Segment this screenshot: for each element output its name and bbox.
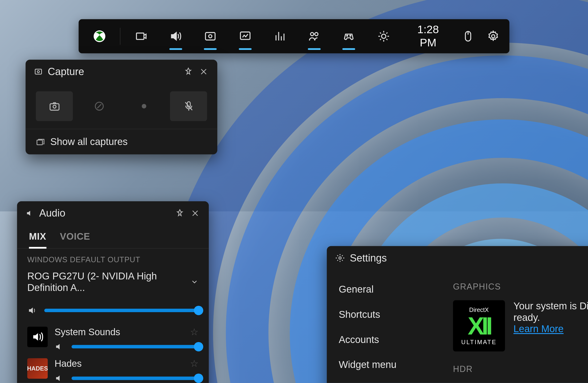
speaker-icon xyxy=(27,305,38,315)
xbox-button[interactable] xyxy=(82,19,117,53)
svg-point-7 xyxy=(347,35,348,36)
master-volume-slider[interactable] xyxy=(44,309,198,312)
audio-icon xyxy=(26,209,34,218)
svg-rect-19 xyxy=(37,140,42,145)
settings-panel: Settings General Shortcuts Accounts Widg… xyxy=(327,246,588,383)
resources-button[interactable] xyxy=(262,19,297,53)
star-icon[interactable]: ☆ xyxy=(190,358,198,369)
hades-icon: HADES xyxy=(27,358,48,379)
svg-rect-14 xyxy=(50,104,59,110)
svg-point-17 xyxy=(142,104,146,108)
tab-voice[interactable]: VOICE xyxy=(60,225,90,248)
chevron-down-icon xyxy=(190,277,198,287)
show-all-captures[interactable]: Show all captures xyxy=(26,129,217,155)
svg-point-3 xyxy=(209,35,212,38)
svg-rect-2 xyxy=(206,32,215,40)
gamebar-toolbar: 1:28 PM xyxy=(79,19,509,53)
settings-content: GRAPHICS DirectX XII ULTIMATE Your syste… xyxy=(446,270,588,383)
svg-point-11 xyxy=(492,35,495,38)
mic-off-button[interactable] xyxy=(170,91,207,121)
settings-title: Settings xyxy=(350,252,588,264)
svg-rect-12 xyxy=(35,69,42,74)
brightness-button[interactable] xyxy=(366,19,401,53)
mixer-system-sounds: System Sounds☆ xyxy=(17,322,209,353)
mouse-button[interactable] xyxy=(455,19,481,53)
record-last-button[interactable] xyxy=(81,91,118,121)
svg-point-9 xyxy=(381,34,386,38)
capture-panel: Capture Show all captures xyxy=(26,60,217,155)
svg-point-15 xyxy=(53,105,56,108)
default-output-label: WINDOWS DEFAULT OUTPUT xyxy=(17,248,209,267)
svg-rect-1 xyxy=(136,33,144,39)
directx-badge: DirectX XII ULTIMATE xyxy=(453,300,505,351)
audio-button[interactable] xyxy=(159,19,193,53)
gear-icon xyxy=(336,253,345,263)
system-sounds-slider[interactable] xyxy=(71,345,198,348)
side-personalization[interactable]: Personalization xyxy=(327,377,446,383)
svg-point-8 xyxy=(350,35,351,36)
side-shortcuts[interactable]: Shortcuts xyxy=(327,302,446,327)
learn-more-link[interactable]: Learn More xyxy=(513,323,588,335)
output-device-select[interactable]: ROG PG27U (2- NVIDIA High Definition A..… xyxy=(17,267,209,301)
capture-icon xyxy=(34,67,42,76)
svg-point-24 xyxy=(339,257,341,259)
broadcast-button[interactable] xyxy=(124,19,159,53)
hades-slider[interactable] xyxy=(71,377,198,380)
side-general[interactable]: General xyxy=(327,277,446,302)
close-icon[interactable] xyxy=(198,67,209,77)
record-button[interactable] xyxy=(125,91,163,121)
tab-mix[interactable]: MIX xyxy=(29,225,46,248)
settings-button[interactable] xyxy=(481,19,506,53)
audio-title: Audio xyxy=(39,207,169,219)
star-icon[interactable]: ☆ xyxy=(190,327,198,338)
social-button[interactable] xyxy=(297,19,332,53)
performance-button[interactable] xyxy=(228,19,262,53)
close-icon[interactable] xyxy=(190,208,200,218)
svg-point-5 xyxy=(311,32,314,36)
side-accounts[interactable]: Accounts xyxy=(327,327,446,352)
pin-icon[interactable] xyxy=(175,208,185,218)
svg-point-13 xyxy=(37,71,40,73)
screenshot-button[interactable] xyxy=(36,91,73,121)
svg-point-6 xyxy=(315,32,318,36)
audio-panel: Audio MIX VOICE WINDOWS DEFAULT OUTPUT R… xyxy=(17,201,209,383)
clock: 1:28 PM xyxy=(401,23,455,49)
system-sounds-icon xyxy=(27,327,48,347)
mixer-hades: HADES Hades☆ xyxy=(17,353,209,383)
settings-sidebar: General Shortcuts Accounts Widget menu P… xyxy=(327,270,446,383)
controller-button[interactable] xyxy=(332,19,366,53)
side-widget-menu[interactable]: Widget menu xyxy=(327,352,446,377)
pin-icon[interactable] xyxy=(183,67,193,77)
capture-title: Capture xyxy=(48,66,178,78)
capture-button[interactable] xyxy=(193,19,228,53)
